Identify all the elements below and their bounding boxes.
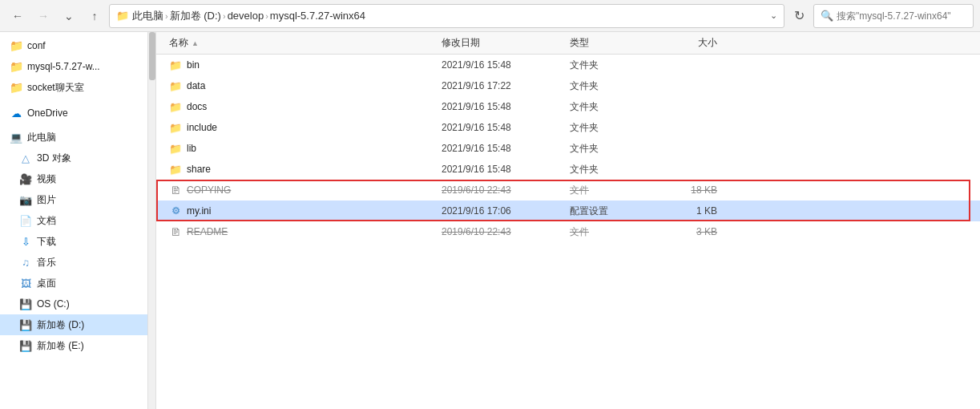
up-button[interactable]: ↑	[83, 5, 106, 27]
cube-icon: △	[19, 152, 32, 164]
file-name-text: lib	[187, 143, 196, 154]
folder-icon: 📁	[116, 10, 129, 22]
file-name-text: docs	[187, 101, 207, 112]
file-date-cell: 2021/9/16 15:48	[435, 59, 563, 71]
file-size-cell: 18 KB	[659, 184, 724, 196]
table-row[interactable]: 📁 bin 2021/9/16 15:48 文件夹	[156, 55, 980, 75]
breadcrumb-folder2: mysql-5.7.27-winx64	[270, 10, 365, 22]
sidebar-item-video[interactable]: 🎥 视频	[0, 168, 147, 189]
folder-icon: 📁	[169, 163, 182, 176]
file-list: 📁 bin 2021/9/16 15:48 文件夹 📁 data 2	[156, 55, 980, 409]
folder-icon: 📁	[10, 60, 22, 73]
search-input[interactable]	[837, 10, 966, 22]
sidebar-item-onedrive[interactable]: ☁ OneDrive	[0, 103, 147, 124]
file-name-text: COPYING	[187, 184, 231, 196]
sidebar-item-conf[interactable]: 📁 conf	[0, 35, 147, 56]
sort-arrow-icon: ▲	[192, 39, 199, 47]
ini-file-icon: ⚙	[169, 204, 182, 217]
address-box[interactable]: 📁 此电脑 › 新加卷 (D:) › develop › mysql-5.7.2…	[109, 4, 784, 28]
file-type-cell: 文件夹	[563, 163, 659, 176]
sidebar-item-label: 文档	[37, 214, 56, 228]
file-date-cell: 2019/6/10 22:43	[435, 226, 563, 237]
table-row[interactable]: 🖹 README 2019/6/10 22:43 文件 3 KB	[156, 221, 980, 242]
sidebar-item-label: 图片	[37, 193, 56, 207]
back-button[interactable]: ←	[6, 5, 29, 27]
sidebar-item-documents[interactable]: 📄 文档	[0, 210, 147, 231]
content-area: 名称 ▲ 修改日期 类型 大小 📁 bin 2021/9/	[148, 32, 980, 409]
file-type-cell: 文件夹	[563, 142, 659, 156]
sidebar-item-3d[interactable]: △ 3D 对象	[0, 148, 147, 168]
file-name-cell: 📁 share	[163, 163, 435, 176]
sidebar-item-music[interactable]: ♫ 音乐	[0, 252, 147, 273]
sidebar-item-mysql[interactable]: 📁 mysql-5.7.27-w...	[0, 56, 147, 77]
sidebar-item-thispc[interactable]: 💻 此电脑	[0, 127, 147, 148]
sidebar-item-downloads[interactable]: ⇩ 下载	[0, 231, 147, 252]
file-name-text: bin	[187, 59, 200, 71]
scroll-thumb	[149, 32, 155, 80]
file-type-cell: 文件夹	[563, 79, 659, 93]
table-row[interactable]: 🖹 COPYING 2019/6/10 22:43 文件 18 KB	[156, 180, 980, 200]
file-icon: 🖹	[169, 184, 182, 196]
col-type-header[interactable]: 类型	[563, 36, 659, 50]
file-date-cell: 2021/9/16 15:48	[435, 143, 563, 154]
file-list-area: 名称 ▲ 修改日期 类型 大小 📁 bin 2021/9/	[156, 32, 980, 409]
sidebar-item-label: 此电脑	[27, 131, 56, 144]
desktop-icon: 🖼	[19, 277, 32, 290]
computer-icon: 💻	[10, 131, 22, 144]
table-row[interactable]: 📁 include 2021/9/16 15:48 文件夹	[156, 117, 980, 138]
download-icon: ⇩	[19, 235, 32, 248]
file-name-text: share	[187, 164, 211, 175]
file-type-cell: 文件夹	[563, 100, 659, 114]
sidebar-item-desktop[interactable]: 🖼 桌面	[0, 273, 147, 294]
drive-icon: 💾	[19, 339, 32, 352]
search-box[interactable]: 🔍	[813, 4, 974, 28]
sidebar-item-e-drive[interactable]: 💾 新加卷 (E:)	[0, 335, 147, 356]
file-name-cell: 📁 data	[163, 79, 435, 92]
table-row[interactable]: 📁 share 2021/9/16 15:48 文件夹	[156, 159, 980, 180]
sidebar-item-pictures[interactable]: 📷 图片	[0, 189, 147, 210]
table-row[interactable]: 📁 data 2021/9/16 17:22 文件夹	[156, 75, 980, 96]
file-date-cell: 2021/9/16 15:48	[435, 164, 563, 175]
file-name-cell: 📁 docs	[163, 100, 435, 113]
refresh-button[interactable]: ↻	[788, 5, 810, 27]
cloud-icon: ☁	[10, 107, 22, 119]
address-dropdown-icon[interactable]: ⌄	[770, 10, 777, 21]
breadcrumb: 此电脑 › 新加卷 (D:) › develop › mysql-5.7.27-…	[132, 9, 365, 23]
sidebar-item-label: 新加卷 (D:)	[37, 318, 84, 332]
sidebar-item-label: conf	[27, 40, 46, 51]
scroll-indicator[interactable]	[148, 32, 156, 409]
file-size-cell: 1 KB	[659, 205, 724, 217]
music-icon: ♫	[19, 256, 32, 269]
sidebar-item-socket[interactable]: 📁 socket聊天室	[0, 77, 147, 98]
sidebar: 📁 conf 📁 mysql-5.7.27-w... 📁 socket聊天室 ☁…	[0, 32, 148, 409]
folder-icon: 📁	[169, 121, 182, 134]
sidebar-item-label: socket聊天室	[27, 81, 84, 95]
forward-button[interactable]: →	[32, 5, 54, 27]
file-type-cell: 文件	[563, 184, 659, 197]
file-name-cell: 🖹 COPYING	[163, 184, 435, 196]
sidebar-item-label: 视频	[37, 172, 56, 186]
table-row[interactable]: ⚙ my.ini 2021/9/16 17:06 配置设置 1 KB	[156, 200, 980, 221]
file-name-text: my.ini	[187, 205, 211, 217]
explorer-window: ← → ⌄ ↑ 📁 此电脑 › 新加卷 (D:) › develop › mys…	[0, 0, 980, 409]
file-type-cell: 文件夹	[563, 121, 659, 135]
file-date-cell: 2021/9/16 15:48	[435, 101, 563, 112]
sidebar-item-d-drive[interactable]: 💾 新加卷 (D:)	[0, 314, 147, 335]
file-type-cell: 配置设置	[563, 204, 659, 218]
file-name-cell: 📁 bin	[163, 59, 435, 71]
table-row[interactable]: 📁 docs 2021/9/16 15:48 文件夹	[156, 96, 980, 117]
file-type-cell: 文件	[563, 225, 659, 239]
main-area: 📁 conf 📁 mysql-5.7.27-w... 📁 socket聊天室 ☁…	[0, 32, 980, 409]
table-row[interactable]: 📁 lib 2021/9/16 15:48 文件夹	[156, 138, 980, 159]
folder-icon: 📁	[10, 39, 22, 52]
drive-icon: 💾	[19, 318, 32, 331]
col-date-header[interactable]: 修改日期	[435, 36, 563, 50]
recent-button[interactable]: ⌄	[58, 5, 80, 27]
col-name-label: 名称	[169, 36, 188, 50]
col-name-header[interactable]: 名称 ▲	[163, 36, 435, 50]
file-name-cell: ⚙ my.ini	[163, 204, 435, 217]
search-icon: 🔍	[821, 10, 833, 22]
sidebar-item-c-drive[interactable]: 💾 OS (C:)	[0, 294, 147, 314]
file-icon: 🖹	[169, 225, 182, 238]
col-size-header[interactable]: 大小	[659, 36, 724, 50]
